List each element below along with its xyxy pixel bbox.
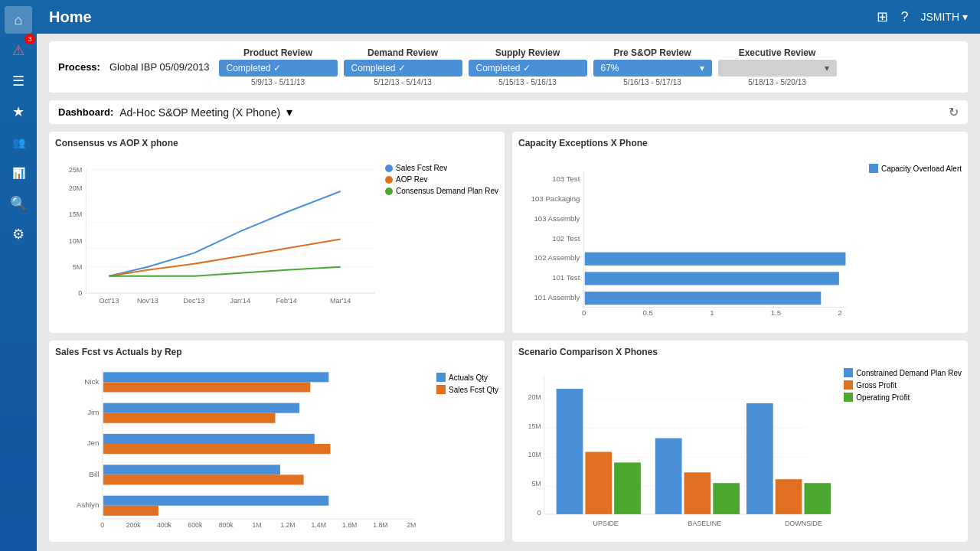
user-dropdown-icon: ▾ (962, 11, 968, 23)
search-icon[interactable]: 🔍 (5, 190, 32, 217)
svg-rect-55 (103, 413, 276, 423)
legend-sq-constrained (844, 368, 853, 377)
svg-text:1.8M: 1.8M (373, 521, 387, 529)
step-status-demand: Completed ✓ (351, 63, 406, 73)
line-chart-area: 0 5M 10M 15M 20M 25M (55, 152, 379, 327)
legend-sales-fcst: Sales Fcst Rev (385, 164, 498, 172)
legend-capacity-overload: Capacity Overload Alert (869, 164, 962, 173)
svg-text:200k: 200k (126, 521, 142, 529)
svg-text:600k: 600k (188, 521, 203, 529)
legend-label-sales-fcst-qty: Sales Fcst Qty (449, 386, 498, 394)
tools-icon[interactable]: ⚙ (5, 220, 32, 248)
team-icon[interactable]: 👥 (5, 129, 32, 156)
legend-consensus: Consensus Demand Plan Rev (385, 187, 498, 195)
line-chart-body: 0 5M 10M 15M 20M 25M (55, 152, 498, 327)
svg-rect-54 (103, 403, 299, 413)
step-btn-exec[interactable]: ▾ (718, 60, 837, 77)
step-title-product: Product Review (243, 47, 312, 58)
line-chart-svg: 0 5M 10M 15M 20M 25M (55, 152, 379, 327)
svg-text:15M: 15M (69, 210, 83, 218)
step-status-product: Completed ✓ (227, 63, 281, 73)
svg-text:Nov'13: Nov'13 (137, 297, 158, 305)
legend-sq-operating (844, 393, 853, 402)
svg-rect-52 (103, 372, 328, 382)
sales-fcst-chart-card: Sales Fcst vs Actuals by Rep Nick Jim Je… (49, 341, 505, 542)
list-icon[interactable]: ☰ (5, 67, 32, 95)
svg-rect-81 (804, 483, 831, 514)
svg-rect-73 (557, 389, 583, 514)
step-btn-product[interactable]: Completed ✓ (219, 60, 338, 77)
capacity-chart-card: Capacity Exceptions X Phone 103 Test 103… (512, 132, 968, 333)
svg-text:Jen: Jen (87, 439, 100, 447)
scenario-chart-area: 0 5M 10M 15M 20M (518, 360, 838, 536)
svg-text:1.4M: 1.4M (312, 521, 326, 529)
step-date-exec: 5/18/13 - 5/20/13 (748, 78, 806, 86)
legend-gross-profit: Gross Profit (844, 380, 962, 390)
step-btn-supply[interactable]: Completed ✓ (469, 60, 587, 77)
process-step-exec-review: Executive Review ▾ 5/18/13 - 5/20/13 (718, 47, 837, 86)
svg-text:0: 0 (537, 509, 541, 517)
chart-icon[interactable]: 📊 (5, 159, 32, 187)
svg-text:1.6M: 1.6M (342, 521, 357, 529)
step-btn-demand[interactable]: Completed ✓ (344, 60, 462, 77)
svg-text:1M: 1M (252, 521, 261, 529)
svg-text:0: 0 (78, 289, 82, 297)
star-icon[interactable]: ★ (5, 98, 32, 126)
step-btn-presop[interactable]: 67% ▾ (593, 60, 712, 77)
alert-icon[interactable]: ⚠ 3 (5, 37, 32, 64)
svg-rect-61 (103, 506, 158, 516)
svg-rect-53 (103, 382, 310, 392)
dashboard-header: Dashboard: Ad-Hoc S&OP Meeting (X Phone)… (49, 100, 968, 124)
svg-text:0: 0 (582, 308, 586, 317)
legend-constrained: Constrained Demand Plan Rev (844, 368, 962, 377)
dashboard-dropdown-icon[interactable]: ▾ (286, 105, 292, 119)
content-area: Process: Global IBP 05/09/2013 Product R… (37, 34, 980, 551)
home-icon[interactable]: ⌂ (5, 6, 32, 34)
legend-actuals: Actuals Qty (436, 373, 498, 382)
capacity-legend: Capacity Overload Alert (863, 152, 962, 327)
step-title-demand: Demand Review (368, 47, 438, 58)
svg-text:101 Test: 101 Test (552, 273, 580, 282)
help-icon[interactable]: ? (900, 9, 908, 25)
main-content: Home ⊞ ? JSMITH ▾ Process: Global IBP 05… (37, 0, 980, 551)
grid-icon[interactable]: ⊞ (877, 8, 888, 25)
step-date-demand: 5/12/13 - 5/14/13 (374, 78, 432, 86)
user-menu[interactable]: JSMITH ▾ (920, 11, 968, 23)
legend-sq-capacity (869, 164, 878, 173)
svg-text:Ashlyn: Ashlyn (77, 500, 99, 509)
refresh-icon[interactable]: ↻ (949, 105, 959, 119)
svg-rect-78 (713, 483, 740, 514)
svg-text:Jan'14: Jan'14 (230, 297, 250, 305)
svg-text:10M: 10M (528, 451, 541, 458)
svg-rect-77 (684, 472, 711, 514)
svg-rect-56 (103, 434, 315, 444)
svg-text:Nick: Nick (84, 377, 99, 386)
capacity-chart-body: 103 Test 103 Packaging 103 Assembly 102 … (518, 152, 962, 327)
svg-text:20M: 20M (528, 393, 541, 401)
capacity-chart-svg: 103 Test 103 Packaging 103 Assembly 102 … (518, 152, 863, 327)
svg-text:5M: 5M (531, 480, 541, 487)
sales-fcst-legend: Actuals Qty Sales Fcst Qty (430, 360, 498, 536)
step-status-supply: Completed ✓ (476, 63, 531, 73)
process-step-demand-review: Demand Review Completed ✓ 5/12/13 - 5/14… (344, 47, 462, 86)
svg-text:1: 1 (710, 308, 714, 317)
scenario-chart-svg: 0 5M 10M 15M 20M (518, 360, 838, 536)
sales-fcst-chart-title: Sales Fcst vs Actuals by Rep (55, 347, 498, 357)
process-step-product-review: Product Review Completed ✓ 5/9/13 - 5/11… (219, 47, 338, 86)
username: JSMITH (920, 11, 959, 23)
svg-rect-57 (103, 444, 331, 454)
legend-label-constrained: Constrained Demand Plan Rev (856, 369, 962, 377)
dashboard-title[interactable]: Ad-Hoc S&OP Meeting (X Phone) (119, 106, 280, 119)
legend-sq-gross (844, 380, 853, 390)
step-title-supply: Supply Review (495, 47, 560, 58)
line-chart-title: Consensus vs AOP X phone (55, 138, 498, 148)
exec-dropdown-icon: ▾ (825, 63, 829, 73)
svg-text:1.5: 1.5 (771, 308, 781, 317)
svg-text:Oct'13: Oct'13 (100, 297, 119, 305)
svg-rect-79 (746, 403, 773, 514)
legend-label-actuals: Actuals Qty (449, 373, 488, 382)
svg-text:DOWNSIDE: DOWNSIDE (785, 520, 822, 527)
process-name[interactable]: Global IBP 05/09/2013 (109, 61, 210, 73)
svg-text:101 Assembly: 101 Assembly (534, 293, 580, 302)
svg-text:103 Assembly: 103 Assembly (534, 214, 580, 223)
